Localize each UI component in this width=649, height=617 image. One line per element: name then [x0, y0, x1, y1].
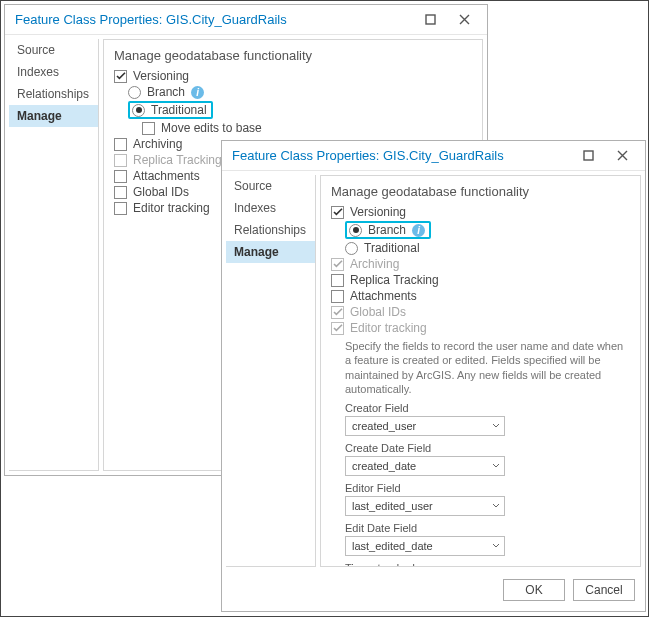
- dialog-branch: Feature Class Properties: GIS.City_Guard…: [221, 140, 646, 612]
- window-title: Feature Class Properties: GIS.City_Guard…: [232, 148, 571, 163]
- versioning-checkbox[interactable]: [114, 70, 127, 83]
- titlebar: Feature Class Properties: GIS.City_Guard…: [222, 141, 645, 171]
- move-edits-label: Move edits to base: [161, 121, 262, 135]
- replica-label: Replica Tracking: [133, 153, 222, 167]
- create-date-label: Create Date Field: [345, 442, 630, 454]
- archiving-label: Archiving: [350, 257, 399, 271]
- maximize-button[interactable]: [571, 144, 605, 168]
- move-edits-checkbox[interactable]: [142, 122, 155, 135]
- time-standard-label: Time standard: [345, 562, 630, 567]
- traditional-label: Traditional: [151, 103, 207, 117]
- sidebar-item-relationships[interactable]: Relationships: [226, 219, 315, 241]
- replica-checkbox: [114, 154, 127, 167]
- archiving-label: Archiving: [133, 137, 182, 151]
- traditional-radio[interactable]: [345, 242, 358, 255]
- svg-rect-1: [584, 151, 593, 160]
- versioning-label: Versioning: [133, 69, 189, 83]
- traditional-label: Traditional: [364, 241, 420, 255]
- attachments-label: Attachments: [350, 289, 417, 303]
- close-button[interactable]: [447, 8, 481, 32]
- branch-label: Branch: [147, 85, 185, 99]
- edit-date-value: last_edited_date: [352, 540, 433, 552]
- traditional-highlight: Traditional: [128, 101, 213, 119]
- create-date-value: created_date: [352, 460, 416, 472]
- svg-rect-0: [426, 15, 435, 24]
- attachments-checkbox[interactable]: [331, 290, 344, 303]
- creator-field-value: created_user: [352, 420, 416, 432]
- globalids-checkbox[interactable]: [114, 186, 127, 199]
- editortracking-label: Editor tracking: [133, 201, 210, 215]
- attachments-checkbox[interactable]: [114, 170, 127, 183]
- titlebar: Feature Class Properties: GIS.City_Guard…: [5, 5, 487, 35]
- archiving-checkbox: [331, 258, 344, 271]
- editor-field-value: last_edited_user: [352, 500, 433, 512]
- cancel-button[interactable]: Cancel: [573, 579, 635, 601]
- replica-checkbox[interactable]: [331, 274, 344, 287]
- manage-panel: Manage geodatabase functionality Version…: [320, 175, 641, 567]
- editor-field-label: Editor Field: [345, 482, 630, 494]
- chevron-down-icon: [492, 543, 500, 549]
- maximize-button[interactable]: [413, 8, 447, 32]
- sidebar-item-source[interactable]: Source: [226, 175, 315, 197]
- sidebar-item-source[interactable]: Source: [9, 39, 98, 61]
- creator-field-combo[interactable]: created_user: [345, 416, 505, 436]
- chevron-down-icon: [492, 423, 500, 429]
- editor-field-combo[interactable]: last_edited_user: [345, 496, 505, 516]
- editor-tracking-description: Specify the fields to record the user na…: [345, 339, 630, 396]
- branch-radio[interactable]: [349, 224, 362, 237]
- window-title: Feature Class Properties: GIS.City_Guard…: [15, 12, 413, 27]
- sidebar-item-relationships[interactable]: Relationships: [9, 83, 98, 105]
- close-button[interactable]: [605, 144, 639, 168]
- archiving-checkbox[interactable]: [114, 138, 127, 151]
- globalids-label: Global IDs: [133, 185, 189, 199]
- sidebar-item-indexes[interactable]: Indexes: [9, 61, 98, 83]
- info-icon[interactable]: i: [412, 224, 425, 237]
- sidebar-item-indexes[interactable]: Indexes: [226, 197, 315, 219]
- create-date-combo[interactable]: created_date: [345, 456, 505, 476]
- replica-label: Replica Tracking: [350, 273, 439, 287]
- branch-label: Branch: [368, 223, 406, 237]
- ok-button[interactable]: OK: [503, 579, 565, 601]
- edit-date-label: Edit Date Field: [345, 522, 630, 534]
- branch-radio[interactable]: [128, 86, 141, 99]
- editortracking-checkbox: [331, 322, 344, 335]
- editortracking-label: Editor tracking: [350, 321, 427, 335]
- branch-highlight: Branch i: [345, 221, 431, 239]
- creator-field-label: Creator Field: [345, 402, 630, 414]
- chevron-down-icon: [492, 463, 500, 469]
- panel-heading: Manage geodatabase functionality: [331, 184, 630, 199]
- versioning-checkbox[interactable]: [331, 206, 344, 219]
- versioning-label: Versioning: [350, 205, 406, 219]
- dialog-footer: OK Cancel: [222, 571, 645, 611]
- editortracking-checkbox[interactable]: [114, 202, 127, 215]
- sidebar: Source Indexes Relationships Manage: [226, 175, 316, 567]
- sidebar: Source Indexes Relationships Manage: [9, 39, 99, 471]
- info-icon[interactable]: i: [191, 86, 204, 99]
- sidebar-item-manage[interactable]: Manage: [226, 241, 315, 263]
- sidebar-item-manage[interactable]: Manage: [9, 105, 98, 127]
- traditional-radio[interactable]: [132, 104, 145, 117]
- panel-heading: Manage geodatabase functionality: [114, 48, 472, 63]
- globalids-label: Global IDs: [350, 305, 406, 319]
- chevron-down-icon: [492, 503, 500, 509]
- attachments-label: Attachments: [133, 169, 200, 183]
- globalids-checkbox: [331, 306, 344, 319]
- edit-date-combo[interactable]: last_edited_date: [345, 536, 505, 556]
